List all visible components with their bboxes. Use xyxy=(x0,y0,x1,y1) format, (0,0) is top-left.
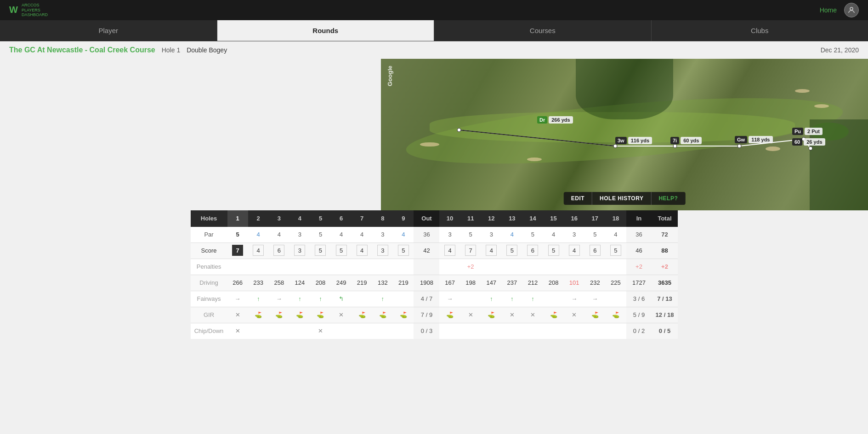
hole-10-header[interactable]: 10 xyxy=(439,210,460,227)
svg-line-1 xyxy=(459,130,615,146)
course-header: The GC At Newcastle - Coal Creek Course … xyxy=(0,41,868,59)
score-total: 88 xyxy=(652,243,678,259)
hole-result: Double Bogey xyxy=(187,46,227,54)
fw-h8: ↑ xyxy=(372,291,393,307)
par-h13: 4 xyxy=(502,227,522,243)
par-h1: 5 xyxy=(227,227,248,243)
fw-h17: → xyxy=(584,291,605,307)
hole-12-header[interactable]: 12 xyxy=(481,210,502,227)
pen-h10 xyxy=(439,259,460,275)
svg-point-4 xyxy=(673,144,677,148)
pen-h17 xyxy=(584,259,605,275)
hole-history-button[interactable]: HOLE HISTORY xyxy=(592,192,651,205)
edit-button[interactable]: EDIT xyxy=(564,192,592,205)
cd-h15 xyxy=(543,323,564,339)
hole-label: Hole 1 xyxy=(162,46,180,54)
google-watermark: Google xyxy=(386,66,393,86)
fw-in: 3 / 6 xyxy=(626,291,652,307)
hole-13-header[interactable]: 13 xyxy=(502,210,522,227)
hole-7-header[interactable]: 7 xyxy=(352,210,372,227)
gir-h7: ⛳ xyxy=(352,307,372,323)
gir-h15: ⛳ xyxy=(543,307,564,323)
scorecard-table: Holes 1 2 3 4 5 6 7 8 9 Out 10 11 12 13 … xyxy=(191,210,678,339)
shot-label-3: 7i 60 yds xyxy=(670,137,702,144)
score-in: 46 xyxy=(626,243,652,259)
pen-h11: +2 xyxy=(460,259,481,275)
chipdown-row: Chip/Down ✕ ✕ 0 / 3 0 / xyxy=(191,323,678,339)
par-h17: 5 xyxy=(584,227,605,243)
hole-6-header[interactable]: 6 xyxy=(331,210,352,227)
scorecard: Holes 1 2 3 4 5 6 7 8 9 Out 10 11 12 13 … xyxy=(191,210,678,339)
hole-8-header[interactable]: 8 xyxy=(372,210,393,227)
gir-h4: ⛳ xyxy=(289,307,310,323)
hole-16-header[interactable]: 16 xyxy=(564,210,584,227)
hole-15-header[interactable]: 15 xyxy=(543,210,564,227)
fairways-label: Fairways xyxy=(191,291,227,307)
hole-9-header[interactable]: 9 xyxy=(393,210,414,227)
hole-3-header[interactable]: 3 xyxy=(269,210,289,227)
fw-h6: ↰ xyxy=(331,291,352,307)
score-h15: 5 xyxy=(543,243,564,259)
hole-2-header[interactable]: 2 xyxy=(248,210,269,227)
par-h3: 4 xyxy=(269,227,289,243)
par-row: Par 5 4 4 3 5 4 4 3 4 36 3 5 3 4 5 4 3 5… xyxy=(191,227,678,243)
hole-17-header[interactable]: 17 xyxy=(584,210,605,227)
driving-row: Driving 266 233 258 124 208 249 219 132 … xyxy=(191,275,678,291)
user-avatar[interactable] xyxy=(844,3,859,17)
par-h11: 5 xyxy=(460,227,481,243)
fw-out: 4 / 7 xyxy=(414,291,439,307)
hole-11-header[interactable]: 11 xyxy=(460,210,481,227)
score-h7: 4 xyxy=(352,243,372,259)
cd-h18 xyxy=(605,323,626,339)
gir-h16: ✕ xyxy=(564,307,584,323)
tab-rounds[interactable]: Rounds xyxy=(217,20,435,41)
hole-4-header[interactable]: 4 xyxy=(289,210,310,227)
hole-14-header[interactable]: 14 xyxy=(522,210,543,227)
fw-h18 xyxy=(605,291,626,307)
fw-total: 7 / 13 xyxy=(652,291,678,307)
gir-h5: ⛳ xyxy=(310,307,331,323)
cd-h10 xyxy=(439,323,460,339)
hole-5-header[interactable]: 5 xyxy=(310,210,331,227)
home-link[interactable]: Home xyxy=(820,6,837,14)
gir-h12: ⛳ xyxy=(481,307,502,323)
hole-18-header[interactable]: 18 xyxy=(605,210,626,227)
drv-h1: 266 xyxy=(227,275,248,291)
fw-h14: ↑ xyxy=(522,291,543,307)
tab-player[interactable]: Player xyxy=(0,20,217,41)
svg-point-2 xyxy=(457,128,461,132)
pen-h4 xyxy=(289,259,310,275)
drv-h16: 101 xyxy=(564,275,584,291)
pen-h7 xyxy=(352,259,372,275)
score-h3: 6 xyxy=(269,243,289,259)
tab-courses[interactable]: Courses xyxy=(434,20,652,41)
cd-h11 xyxy=(460,323,481,339)
tab-clubs[interactable]: Clubs xyxy=(652,20,868,41)
cd-h9 xyxy=(393,323,414,339)
gir-h8: ⛳ xyxy=(372,307,393,323)
score-h2: 4 xyxy=(248,243,269,259)
svg-point-7 xyxy=(809,147,812,150)
drv-h2: 233 xyxy=(248,275,269,291)
score-h11: 7 xyxy=(460,243,481,259)
hole-1-header[interactable]: 1 xyxy=(227,210,248,227)
cd-total: 0 / 5 xyxy=(652,323,678,339)
cd-h13 xyxy=(502,323,522,339)
help-button[interactable]: HELP? xyxy=(651,192,685,205)
pen-out xyxy=(414,259,439,275)
cd-h1: ✕ xyxy=(227,323,248,339)
drv-h8: 132 xyxy=(372,275,393,291)
fw-h11 xyxy=(460,291,481,307)
pen-h13 xyxy=(502,259,522,275)
arccos-logo-text: ARCCOS PLAYERS DASHBOARD xyxy=(22,3,48,17)
drv-in: 1727 xyxy=(626,275,652,291)
fw-h10: → xyxy=(439,291,460,307)
course-name: The GC At Newcastle - Coal Creek Course xyxy=(9,46,155,54)
score-out: 42 xyxy=(414,243,439,259)
cd-out: 0 / 3 xyxy=(414,323,439,339)
cd-h12 xyxy=(481,323,502,339)
nav-tabs: Player Rounds Courses Clubs xyxy=(0,20,868,41)
cd-h7 xyxy=(352,323,372,339)
in-header: In xyxy=(626,210,652,227)
pen-h15 xyxy=(543,259,564,275)
